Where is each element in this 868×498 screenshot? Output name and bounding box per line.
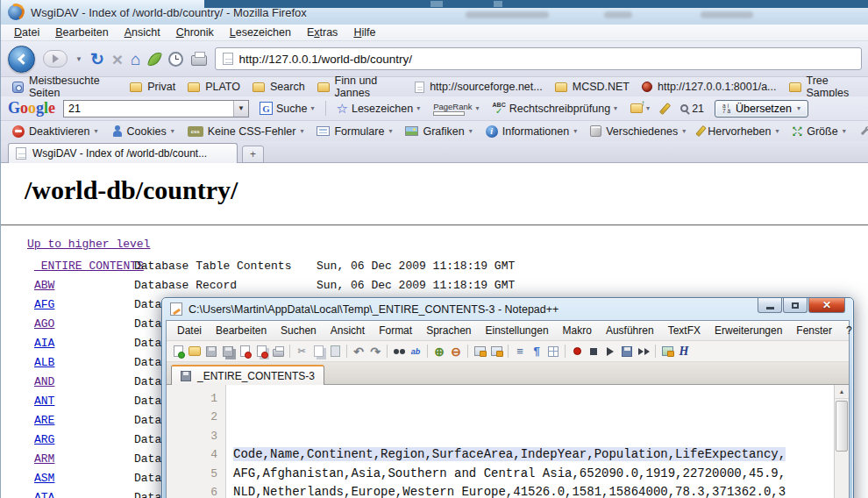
html-tidy-icon[interactable]: H: [677, 345, 691, 359]
menu-item[interactable]: Bearbeiten: [47, 25, 116, 40]
notepad-menu-item[interactable]: Bearbeiten: [209, 322, 274, 339]
bookmark-item[interactable]: Search: [246, 79, 311, 95]
notepad-menu-item[interactable]: Ausführen: [599, 322, 661, 339]
paste-icon[interactable]: [328, 345, 342, 359]
sync-vertical-icon[interactable]: [473, 345, 487, 359]
webdev-item[interactable]: Verschiedenes ▾: [584, 124, 692, 139]
notepad-menu-item[interactable]: Suchen: [274, 322, 324, 339]
bookmark-item[interactable]: PLATO: [181, 79, 246, 95]
bookmark-item[interactable]: Privat: [124, 79, 181, 95]
record-macro-icon[interactable]: [570, 345, 584, 359]
new-file-icon[interactable]: [171, 345, 185, 359]
document-tab[interactable]: _ENTIRE_CONTENTS-3: [171, 365, 324, 385]
webdev-item[interactable]: Deaktivieren ▾: [6, 124, 104, 139]
code-text[interactable]: Code,Name,Continent,Region,SurfaceArea,I…: [226, 385, 834, 498]
print-doc-icon[interactable]: [271, 345, 285, 359]
google-search-button[interactable]: G Suche▾: [257, 100, 317, 117]
save-all-icon[interactable]: [221, 345, 235, 359]
webdev-item[interactable]: Hervorheben ▾: [693, 124, 785, 139]
send-to-button[interactable]: ▾: [628, 102, 652, 115]
restore-button[interactable]: [783, 298, 808, 313]
notepad-menu-item[interactable]: Ansicht: [324, 322, 372, 339]
notepad-menu-item[interactable]: Einstellungen: [479, 322, 556, 339]
word-wrap-icon[interactable]: ≡: [513, 345, 527, 359]
menu-item[interactable]: Hilfe: [345, 25, 383, 40]
history-dropdown-icon[interactable]: ▼: [75, 55, 82, 63]
reload-icon[interactable]: ↻: [90, 51, 104, 68]
replace-icon[interactable]: ab: [409, 345, 423, 359]
translate-button[interactable]: a í 7 ä Übersetzen▾: [715, 100, 808, 117]
entry-link[interactable]: ANT: [34, 395, 54, 408]
google-search-box[interactable]: ▼: [63, 100, 249, 117]
up-to-higher-level-link[interactable]: Up to higher level: [27, 238, 150, 251]
close-doc-icon[interactable]: [238, 345, 252, 359]
scrollbar-thumb[interactable]: [836, 401, 848, 452]
copy-icon[interactable]: [311, 345, 325, 359]
url-text[interactable]: http://127.0.0.1/world-db/country/: [239, 53, 412, 66]
function-list-icon[interactable]: [660, 345, 674, 359]
zoom-in-icon[interactable]: ⊕: [432, 345, 446, 359]
google-search-input[interactable]: [64, 101, 233, 117]
minimize-button[interactable]: [758, 298, 782, 313]
stop-icon[interactable]: ×: [112, 50, 123, 68]
menu-item[interactable]: Extras: [299, 25, 345, 40]
menu-item[interactable]: Ansicht: [117, 25, 168, 40]
notepad-menu-item[interactable]: Sprachen: [419, 322, 478, 339]
forward-button[interactable]: [43, 50, 68, 68]
zoom-out-icon[interactable]: ⊖: [449, 345, 463, 359]
entry-link[interactable]: ARM: [34, 452, 54, 466]
notepad-menu-item[interactable]: Erweiterungen: [708, 322, 789, 339]
close-all-icon[interactable]: [254, 345, 268, 359]
notepad-titlebar[interactable]: C:\Users\Martin\AppData\Local\Temp\_ENTI…: [162, 298, 853, 320]
webdev-item[interactable]: Cookies ▾: [105, 124, 181, 139]
entry-link[interactable]: _ENTIRE_CONTENTS: [34, 260, 144, 273]
close-button[interactable]: ✕: [808, 298, 845, 313]
notepad-menu-item[interactable]: Makro: [556, 322, 599, 339]
open-file-icon[interactable]: [188, 345, 202, 359]
notepad-window[interactable]: C:\Users\Martin\AppData\Local\Temp\_ENTI…: [161, 297, 854, 498]
word-find-button[interactable]: 21: [678, 101, 707, 117]
sage-feed-icon[interactable]: [147, 50, 162, 68]
notepad-menu-item[interactable]: Datei: [170, 322, 209, 339]
code-line[interactable]: AFG,Afghanistan,Asia,Southern and Centra…: [233, 465, 834, 483]
redo-icon[interactable]: ↷: [368, 345, 382, 359]
stop-recording-icon[interactable]: [587, 345, 601, 359]
bookmark-item[interactable]: http://127.0.0.1:8001/a...: [636, 79, 783, 95]
entry-link[interactable]: ABW: [34, 279, 54, 292]
webdev-item[interactable]: Formulare ▾: [310, 124, 398, 139]
home-icon[interactable]: ⌂: [131, 51, 140, 68]
menu-item[interactable]: Lesezeichen: [222, 25, 299, 40]
back-button[interactable]: [8, 46, 35, 73]
webdev-item[interactable]: Grafiken ▾: [399, 124, 478, 139]
scroll-up-icon[interactable]: ▲: [835, 385, 849, 399]
save-macro-icon[interactable]: [620, 345, 634, 359]
show-symbols-icon[interactable]: ¶: [530, 345, 544, 359]
playback-macro-icon[interactable]: [603, 345, 617, 359]
editor-scrollbar[interactable]: ▲: [834, 385, 849, 498]
browser-tab[interactable]: WsgiDAV - Index of /world-db/count...: [8, 143, 238, 163]
webdev-item[interactable]: Informationen ▾: [480, 124, 583, 139]
menu-item[interactable]: Chronik: [168, 25, 222, 40]
entry-link[interactable]: ARE: [34, 414, 54, 427]
entry-link[interactable]: AIA: [34, 337, 54, 350]
undo-icon[interactable]: ↶: [352, 345, 366, 359]
save-icon[interactable]: [204, 345, 218, 359]
notepad-menu-item[interactable]: Fenster: [789, 322, 839, 339]
menu-item[interactable]: Datei: [6, 25, 47, 40]
menubar-close-doc-button[interactable]: X: [859, 322, 868, 339]
google-bookmarks-button[interactable]: ☆ Lesezeichen▾: [334, 100, 423, 117]
pagerank-widget[interactable]: PageRank ▾: [430, 100, 481, 117]
indent-guide-icon[interactable]: [546, 345, 560, 359]
webdev-item[interactable]: Extras ▾: [853, 124, 868, 139]
code-line[interactable]: NLD,Netherlands,Europe,Western Europe,41…: [233, 483, 834, 498]
history-clock-icon[interactable]: [168, 52, 183, 67]
entry-link[interactable]: AFG: [34, 298, 54, 311]
highlighter-button[interactable]: [660, 101, 670, 117]
find-icon[interactable]: [392, 345, 406, 359]
search-history-dropdown-icon[interactable]: ▼: [233, 101, 248, 117]
entry-link[interactable]: ALB: [34, 356, 54, 369]
sync-horizontal-icon[interactable]: [489, 345, 503, 359]
entry-link[interactable]: ARG: [34, 433, 54, 446]
webdev-item[interactable]: Größe ▾: [786, 124, 851, 139]
entry-link[interactable]: AGO: [34, 317, 54, 331]
